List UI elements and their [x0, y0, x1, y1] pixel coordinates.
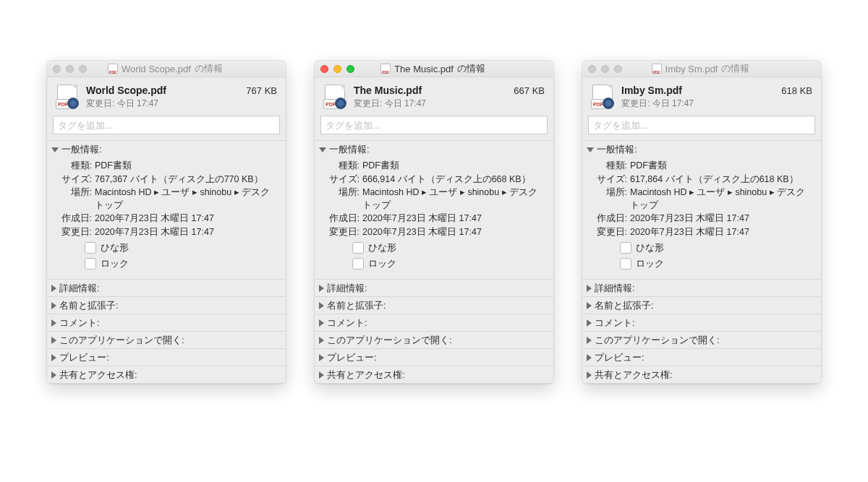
row-modified: 変更日:2020年7月23日 木曜日 17:47	[322, 226, 546, 239]
info-window[interactable]: The Music.pdfの情報PDFThe Music.pdf667 KB変更…	[315, 61, 553, 384]
section-general: 一般情報:種類:PDF書類サイズ:666,914 バイト（ディスク上の668 K…	[315, 140, 553, 279]
section-sharing-toggle[interactable]: 共有とアクセス権:	[315, 366, 553, 383]
row-created: 作成日:2020年7月23日 木曜日 17:47	[590, 212, 814, 225]
row-size: サイズ:617,864 バイト（ディスク上の618 KB）	[590, 173, 814, 186]
pdf-file-icon: PDF	[56, 85, 79, 109]
disclosure-right-icon	[51, 302, 56, 309]
row-created: 作成日:2020年7月23日 木曜日 17:47	[54, 212, 278, 225]
row-modified: 変更日:2020年7月23日 木曜日 17:47	[590, 226, 814, 239]
minimize-button[interactable]	[333, 65, 341, 73]
zoom-button[interactable]	[346, 65, 354, 73]
pdf-file-icon	[652, 64, 662, 74]
section-more-info-toggle[interactable]: 詳細情報:	[315, 280, 553, 296]
file-header: PDFWorld Scope.pdf767 KB変更日: 今日 17:47	[47, 77, 286, 116]
disclosure-right-icon	[319, 371, 324, 379]
info-window[interactable]: World Scope.pdfの情報PDFWorld Scope.pdf767 …	[47, 61, 286, 384]
disclosure-right-icon	[51, 337, 56, 344]
section-name-extension: 名前と拡張子:	[315, 296, 553, 314]
section-open-with-toggle[interactable]: このアプリケーションで開く:	[582, 332, 821, 348]
section-sharing-toggle[interactable]: 共有とアクセス権:	[47, 366, 286, 383]
locked: ロック	[85, 257, 278, 270]
window-controls	[53, 65, 87, 73]
section-more-info: 詳細情報:	[47, 279, 286, 296]
disclosure-down-icon	[587, 147, 594, 152]
file-header: PDFThe Music.pdf667 KB変更日: 今日 17:47	[315, 77, 553, 116]
disclosure-right-icon	[319, 285, 324, 292]
file-name: The Music.pdf	[354, 85, 508, 96]
pdf-file-icon	[108, 64, 118, 74]
close-button[interactable]	[320, 65, 328, 73]
locked-checkbox[interactable]	[85, 258, 96, 270]
tags-input[interactable]	[320, 116, 548, 134]
section-open-with: このアプリケーションで開く:	[315, 331, 553, 348]
stationery: ひな形	[620, 241, 814, 254]
stationery-checkbox[interactable]	[352, 242, 364, 254]
zoom-button[interactable]	[614, 65, 622, 73]
window-title-suffix: の情報	[457, 62, 485, 75]
section-toggle-general[interactable]: 一般情報:	[582, 141, 821, 158]
section-more-info-toggle[interactable]: 詳細情報:	[582, 280, 821, 296]
section-toggle-general[interactable]: 一般情報:	[315, 141, 553, 158]
row-where: 場所:Macintosh HD ▸ ユーザ ▸ shinobu ▸ デスクトップ	[54, 186, 278, 212]
section-preview-toggle[interactable]: プレビュー:	[47, 349, 286, 366]
section-comments-toggle[interactable]: コメント:	[582, 314, 821, 331]
disclosure-right-icon	[587, 337, 592, 344]
titlebar[interactable]: The Music.pdfの情報	[315, 61, 553, 77]
disclosure-right-icon	[51, 319, 56, 327]
close-button[interactable]	[53, 65, 61, 73]
stationery: ひな形	[85, 241, 278, 254]
window-title-text: The Music.pdf	[394, 64, 454, 74]
section-open-with-toggle[interactable]: このアプリケーションで開く:	[47, 332, 286, 348]
section-name-extension-toggle[interactable]: 名前と拡張子:	[315, 297, 553, 314]
titlebar[interactable]: Imby Sm.pdfの情報	[582, 61, 821, 77]
zoom-button[interactable]	[79, 65, 87, 73]
pdf-file-icon: PDF	[323, 85, 346, 109]
info-window[interactable]: Imby Sm.pdfの情報PDFImby Sm.pdf618 KB変更日: 今…	[582, 61, 821, 384]
close-button[interactable]	[588, 65, 596, 73]
file-header: PDFImby Sm.pdf618 KB変更日: 今日 17:47	[582, 77, 821, 116]
row-where: 場所:Macintosh HD ▸ ユーザ ▸ shinobu ▸ デスクトップ	[590, 186, 814, 212]
stationery-checkbox[interactable]	[85, 242, 96, 254]
row-kind: 種類:PDF書類	[54, 160, 278, 173]
minimize-button[interactable]	[66, 65, 74, 73]
section-preview-toggle[interactable]: プレビュー:	[315, 349, 553, 366]
modified-short: 変更日: 今日 17:47	[354, 98, 545, 110]
disclosure-right-icon	[319, 302, 324, 309]
section-more-info: 詳細情報:	[315, 279, 553, 296]
disclosure-right-icon	[319, 354, 324, 361]
section-toggle-general[interactable]: 一般情報:	[47, 141, 286, 158]
section-name-extension-toggle[interactable]: 名前と拡張子:	[582, 297, 821, 314]
locked-checkbox[interactable]	[620, 258, 631, 270]
locked: ロック	[620, 257, 814, 270]
section-sharing-toggle[interactable]: 共有とアクセス権:	[582, 366, 821, 383]
disclosure-down-icon	[51, 147, 59, 152]
section-preview-toggle[interactable]: プレビュー:	[582, 349, 821, 366]
section-name-extension-toggle[interactable]: 名前と拡張子:	[47, 297, 286, 314]
section-comments: コメント:	[315, 314, 553, 331]
window-title: Imby Sm.pdfの情報	[626, 62, 775, 75]
stationery-checkbox[interactable]	[620, 242, 631, 254]
window-title-text: World Scope.pdf	[122, 64, 191, 74]
window-title: World Scope.pdfの情報	[91, 62, 239, 75]
section-open-with-toggle[interactable]: このアプリケーションで開く:	[315, 332, 553, 348]
section-comments-toggle[interactable]: コメント:	[315, 314, 553, 331]
disclosure-right-icon	[587, 371, 592, 379]
tags-input[interactable]	[53, 116, 280, 134]
titlebar[interactable]: World Scope.pdfの情報	[47, 61, 286, 77]
disclosure-right-icon	[587, 302, 592, 309]
section-general: 一般情報:種類:PDF書類サイズ:617,864 バイト（ディスク上の618 K…	[582, 140, 821, 279]
section-comments-toggle[interactable]: コメント:	[47, 314, 286, 331]
row-size: サイズ:767,367 バイト（ディスク上の770 KB）	[54, 173, 278, 186]
window-title-suffix: の情報	[195, 62, 223, 75]
file-size: 767 KB	[246, 85, 277, 96]
minimize-button[interactable]	[601, 65, 609, 73]
tags-input[interactable]	[588, 116, 815, 134]
section-sharing: 共有とアクセス権:	[582, 366, 821, 384]
disclosure-right-icon	[51, 285, 56, 292]
section-name-extension: 名前と拡張子:	[47, 296, 286, 314]
section-preview: プレビュー:	[315, 348, 553, 366]
disclosure-right-icon	[51, 371, 56, 379]
section-more-info-toggle[interactable]: 詳細情報:	[47, 280, 286, 296]
locked-checkbox[interactable]	[352, 258, 364, 270]
section-more-info: 詳細情報:	[582, 279, 821, 296]
